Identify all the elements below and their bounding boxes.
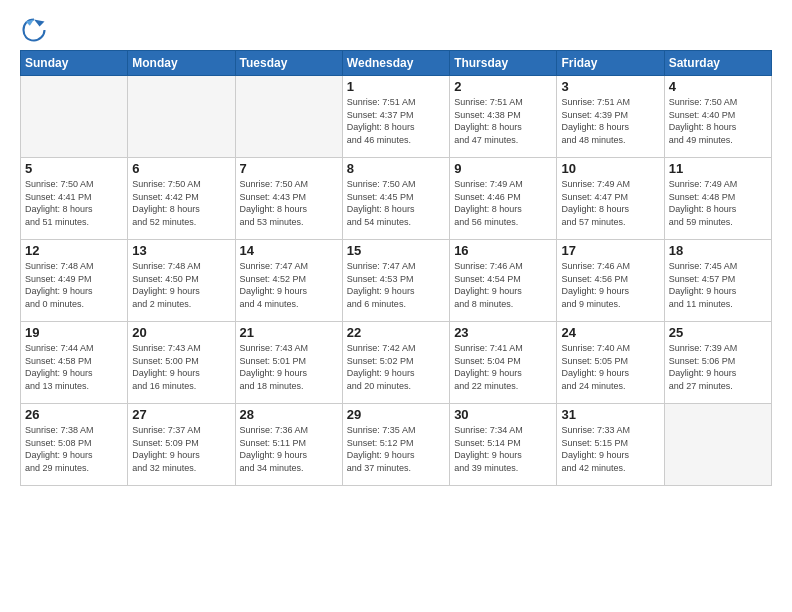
col-header-thursday: Thursday	[450, 51, 557, 76]
calendar-cell: 9Sunrise: 7:49 AM Sunset: 4:46 PM Daylig…	[450, 158, 557, 240]
day-info: Sunrise: 7:44 AM Sunset: 4:58 PM Dayligh…	[25, 342, 123, 392]
day-info: Sunrise: 7:51 AM Sunset: 4:39 PM Dayligh…	[561, 96, 659, 146]
day-number: 16	[454, 243, 552, 258]
col-header-saturday: Saturday	[664, 51, 771, 76]
day-info: Sunrise: 7:35 AM Sunset: 5:12 PM Dayligh…	[347, 424, 445, 474]
day-info: Sunrise: 7:36 AM Sunset: 5:11 PM Dayligh…	[240, 424, 338, 474]
day-info: Sunrise: 7:46 AM Sunset: 4:54 PM Dayligh…	[454, 260, 552, 310]
day-number: 18	[669, 243, 767, 258]
col-header-sunday: Sunday	[21, 51, 128, 76]
calendar-cell: 30Sunrise: 7:34 AM Sunset: 5:14 PM Dayli…	[450, 404, 557, 486]
calendar-cell: 26Sunrise: 7:38 AM Sunset: 5:08 PM Dayli…	[21, 404, 128, 486]
calendar-cell: 29Sunrise: 7:35 AM Sunset: 5:12 PM Dayli…	[342, 404, 449, 486]
calendar-cell: 2Sunrise: 7:51 AM Sunset: 4:38 PM Daylig…	[450, 76, 557, 158]
day-number: 6	[132, 161, 230, 176]
calendar-cell: 6Sunrise: 7:50 AM Sunset: 4:42 PM Daylig…	[128, 158, 235, 240]
calendar-cell: 28Sunrise: 7:36 AM Sunset: 5:11 PM Dayli…	[235, 404, 342, 486]
day-number: 30	[454, 407, 552, 422]
day-number: 3	[561, 79, 659, 94]
day-info: Sunrise: 7:50 AM Sunset: 4:41 PM Dayligh…	[25, 178, 123, 228]
header	[20, 16, 772, 44]
calendar-cell: 23Sunrise: 7:41 AM Sunset: 5:04 PM Dayli…	[450, 322, 557, 404]
day-number: 24	[561, 325, 659, 340]
calendar-cell: 13Sunrise: 7:48 AM Sunset: 4:50 PM Dayli…	[128, 240, 235, 322]
day-info: Sunrise: 7:50 AM Sunset: 4:42 PM Dayligh…	[132, 178, 230, 228]
day-info: Sunrise: 7:41 AM Sunset: 5:04 PM Dayligh…	[454, 342, 552, 392]
calendar-cell: 21Sunrise: 7:43 AM Sunset: 5:01 PM Dayli…	[235, 322, 342, 404]
day-number: 1	[347, 79, 445, 94]
calendar-cell: 20Sunrise: 7:43 AM Sunset: 5:00 PM Dayli…	[128, 322, 235, 404]
col-header-tuesday: Tuesday	[235, 51, 342, 76]
day-info: Sunrise: 7:37 AM Sunset: 5:09 PM Dayligh…	[132, 424, 230, 474]
day-number: 29	[347, 407, 445, 422]
col-header-friday: Friday	[557, 51, 664, 76]
day-info: Sunrise: 7:39 AM Sunset: 5:06 PM Dayligh…	[669, 342, 767, 392]
day-number: 20	[132, 325, 230, 340]
day-info: Sunrise: 7:47 AM Sunset: 4:52 PM Dayligh…	[240, 260, 338, 310]
day-info: Sunrise: 7:42 AM Sunset: 5:02 PM Dayligh…	[347, 342, 445, 392]
week-row-1: 1Sunrise: 7:51 AM Sunset: 4:37 PM Daylig…	[21, 76, 772, 158]
calendar-cell: 12Sunrise: 7:48 AM Sunset: 4:49 PM Dayli…	[21, 240, 128, 322]
day-number: 7	[240, 161, 338, 176]
day-info: Sunrise: 7:34 AM Sunset: 5:14 PM Dayligh…	[454, 424, 552, 474]
day-number: 4	[669, 79, 767, 94]
day-number: 15	[347, 243, 445, 258]
week-row-2: 5Sunrise: 7:50 AM Sunset: 4:41 PM Daylig…	[21, 158, 772, 240]
calendar-cell: 8Sunrise: 7:50 AM Sunset: 4:45 PM Daylig…	[342, 158, 449, 240]
day-info: Sunrise: 7:46 AM Sunset: 4:56 PM Dayligh…	[561, 260, 659, 310]
calendar-cell: 3Sunrise: 7:51 AM Sunset: 4:39 PM Daylig…	[557, 76, 664, 158]
day-number: 10	[561, 161, 659, 176]
day-info: Sunrise: 7:50 AM Sunset: 4:45 PM Dayligh…	[347, 178, 445, 228]
day-number: 14	[240, 243, 338, 258]
calendar-header-row: SundayMondayTuesdayWednesdayThursdayFrid…	[21, 51, 772, 76]
calendar-cell: 15Sunrise: 7:47 AM Sunset: 4:53 PM Dayli…	[342, 240, 449, 322]
col-header-monday: Monday	[128, 51, 235, 76]
calendar-cell: 31Sunrise: 7:33 AM Sunset: 5:15 PM Dayli…	[557, 404, 664, 486]
day-info: Sunrise: 7:48 AM Sunset: 4:49 PM Dayligh…	[25, 260, 123, 310]
day-info: Sunrise: 7:38 AM Sunset: 5:08 PM Dayligh…	[25, 424, 123, 474]
day-info: Sunrise: 7:49 AM Sunset: 4:48 PM Dayligh…	[669, 178, 767, 228]
calendar-cell: 22Sunrise: 7:42 AM Sunset: 5:02 PM Dayli…	[342, 322, 449, 404]
week-row-5: 26Sunrise: 7:38 AM Sunset: 5:08 PM Dayli…	[21, 404, 772, 486]
calendar-cell: 16Sunrise: 7:46 AM Sunset: 4:54 PM Dayli…	[450, 240, 557, 322]
day-number: 2	[454, 79, 552, 94]
col-header-wednesday: Wednesday	[342, 51, 449, 76]
day-number: 28	[240, 407, 338, 422]
day-number: 31	[561, 407, 659, 422]
day-info: Sunrise: 7:50 AM Sunset: 4:43 PM Dayligh…	[240, 178, 338, 228]
calendar-table: SundayMondayTuesdayWednesdayThursdayFrid…	[20, 50, 772, 486]
day-info: Sunrise: 7:50 AM Sunset: 4:40 PM Dayligh…	[669, 96, 767, 146]
week-row-3: 12Sunrise: 7:48 AM Sunset: 4:49 PM Dayli…	[21, 240, 772, 322]
calendar-cell: 24Sunrise: 7:40 AM Sunset: 5:05 PM Dayli…	[557, 322, 664, 404]
day-info: Sunrise: 7:33 AM Sunset: 5:15 PM Dayligh…	[561, 424, 659, 474]
day-info: Sunrise: 7:51 AM Sunset: 4:37 PM Dayligh…	[347, 96, 445, 146]
day-number: 23	[454, 325, 552, 340]
day-info: Sunrise: 7:40 AM Sunset: 5:05 PM Dayligh…	[561, 342, 659, 392]
day-number: 25	[669, 325, 767, 340]
day-number: 21	[240, 325, 338, 340]
day-number: 19	[25, 325, 123, 340]
day-number: 8	[347, 161, 445, 176]
day-info: Sunrise: 7:43 AM Sunset: 5:00 PM Dayligh…	[132, 342, 230, 392]
calendar-cell	[664, 404, 771, 486]
page: SundayMondayTuesdayWednesdayThursdayFrid…	[0, 0, 792, 496]
logo-icon	[20, 16, 48, 44]
calendar-cell: 19Sunrise: 7:44 AM Sunset: 4:58 PM Dayli…	[21, 322, 128, 404]
day-info: Sunrise: 7:51 AM Sunset: 4:38 PM Dayligh…	[454, 96, 552, 146]
calendar-cell: 7Sunrise: 7:50 AM Sunset: 4:43 PM Daylig…	[235, 158, 342, 240]
day-number: 26	[25, 407, 123, 422]
day-number: 17	[561, 243, 659, 258]
calendar-cell: 25Sunrise: 7:39 AM Sunset: 5:06 PM Dayli…	[664, 322, 771, 404]
calendar-cell: 4Sunrise: 7:50 AM Sunset: 4:40 PM Daylig…	[664, 76, 771, 158]
calendar-cell	[21, 76, 128, 158]
day-info: Sunrise: 7:43 AM Sunset: 5:01 PM Dayligh…	[240, 342, 338, 392]
day-info: Sunrise: 7:48 AM Sunset: 4:50 PM Dayligh…	[132, 260, 230, 310]
day-number: 9	[454, 161, 552, 176]
day-number: 11	[669, 161, 767, 176]
calendar-cell: 1Sunrise: 7:51 AM Sunset: 4:37 PM Daylig…	[342, 76, 449, 158]
day-info: Sunrise: 7:47 AM Sunset: 4:53 PM Dayligh…	[347, 260, 445, 310]
day-info: Sunrise: 7:49 AM Sunset: 4:47 PM Dayligh…	[561, 178, 659, 228]
calendar-cell: 17Sunrise: 7:46 AM Sunset: 4:56 PM Dayli…	[557, 240, 664, 322]
calendar-cell: 5Sunrise: 7:50 AM Sunset: 4:41 PM Daylig…	[21, 158, 128, 240]
day-number: 5	[25, 161, 123, 176]
